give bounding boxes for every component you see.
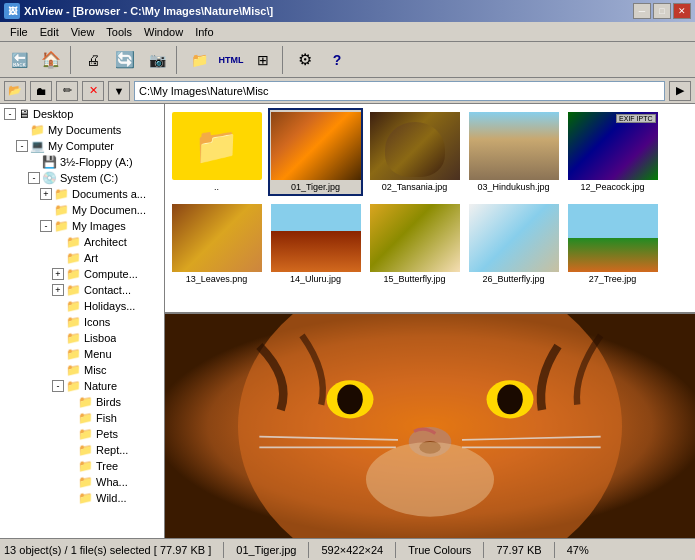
html-button[interactable]: HTML	[216, 46, 246, 74]
sidebar-item-architect[interactable]: 📁 Architect	[0, 234, 164, 250]
tree-root: - 🖥 Desktop 📁 My Documents - 💻 My Comput…	[0, 104, 164, 508]
sidebar-item-birds[interactable]: 📁 Birds	[0, 394, 164, 410]
sidebar-item-documents[interactable]: + 📁 Documents a...	[0, 186, 164, 202]
sidebar-item-contact[interactable]: + 📁 Contact...	[0, 282, 164, 298]
sidebar-label-my-computer: My Computer	[48, 140, 114, 152]
thumb-peacock[interactable]: EXIF IPTC 12_Peacock.jpg	[565, 108, 660, 196]
expand-nature[interactable]: -	[52, 380, 64, 392]
sidebar-item-rept[interactable]: 📁 Rept...	[0, 442, 164, 458]
sidebar-item-lisboa[interactable]: 📁 Lisboa	[0, 330, 164, 346]
thumb-butterfly2[interactable]: 26_Butterfly.jpg	[466, 200, 561, 288]
sidebar-item-misc[interactable]: 📁 Misc	[0, 362, 164, 378]
menu-window[interactable]: Window	[138, 24, 189, 40]
address-input[interactable]	[134, 81, 665, 101]
thumb-label-parent: ..	[214, 182, 219, 192]
thumb-leaves[interactable]: 13_Leaves.png	[169, 200, 264, 288]
home-button[interactable]: 🏠	[36, 46, 66, 74]
thumb-img-tanz	[370, 112, 460, 180]
address-bar: 📂 🖿 ✏ ✕ ▼ ▶	[0, 78, 695, 104]
addr-action-button[interactable]: ▼	[108, 81, 130, 101]
sidebar-item-floppy[interactable]: 💾 3½-Floppy (A:)	[0, 154, 164, 170]
sidebar-label-menu: Menu	[84, 348, 112, 360]
thumb-tiger[interactable]: 01_Tiger.jpg	[268, 108, 363, 196]
sidebar-item-fish[interactable]: 📁 Fish	[0, 410, 164, 426]
print-button[interactable]: 🖨	[78, 46, 108, 74]
svg-point-12	[366, 442, 494, 517]
menu-info[interactable]: Info	[189, 24, 219, 40]
thumb-parent[interactable]: 📁 ..	[169, 108, 264, 196]
sidebar-item-pets[interactable]: 📁 Pets	[0, 426, 164, 442]
lisboa-icon: 📁	[66, 331, 81, 345]
thumb-label-butterfly2: 26_Butterfly.jpg	[483, 274, 545, 284]
folder-browse-button[interactable]: 📁	[184, 46, 214, 74]
thumb-img-butterfly2	[469, 204, 559, 272]
sidebar-item-compute[interactable]: + 📁 Compute...	[0, 266, 164, 282]
sidebar-label-my-images: My Images	[72, 220, 126, 232]
expand-documents[interactable]: +	[40, 188, 52, 200]
sidebar-item-nature[interactable]: - 📁 Nature	[0, 378, 164, 394]
sidebar-label-system-c: System (C:)	[60, 172, 118, 184]
sidebar-item-wild[interactable]: 📁 Wild...	[0, 490, 164, 506]
sidebar-item-icons[interactable]: 📁 Icons	[0, 314, 164, 330]
addr-delete-button[interactable]: ✕	[82, 81, 104, 101]
addr-browse-button[interactable]: 📂	[4, 81, 26, 101]
expand-mydoc2-leaf	[40, 204, 52, 216]
thumb-treejpg[interactable]: 27_Tree.jpg	[565, 200, 660, 288]
menu-view[interactable]: View	[65, 24, 101, 40]
menu-file[interactable]: File	[4, 24, 34, 40]
help-button[interactable]: ?	[322, 46, 352, 74]
sidebar-item-my-computer[interactable]: - 💻 My Computer	[0, 138, 164, 154]
floppy-icon: 💾	[42, 155, 57, 169]
sidebar-item-my-documents2[interactable]: 📁 My Documen...	[0, 202, 164, 218]
expand-wha-leaf	[64, 476, 76, 488]
nature-icon: 📁	[66, 379, 81, 393]
sidebar-item-system-c[interactable]: - 💿 System (C:)	[0, 170, 164, 186]
expand-system-c[interactable]: -	[28, 172, 40, 184]
expand-compute[interactable]: +	[52, 268, 64, 280]
thumb-hindu[interactable]: 03_Hindukush.jpg	[466, 108, 561, 196]
holidays-icon: 📁	[66, 299, 81, 313]
addr-folder-up-button[interactable]: 🖿	[30, 81, 52, 101]
status-sep-2	[308, 542, 309, 558]
preview-area	[165, 314, 695, 538]
thumb-tanz[interactable]: 02_Tansania.jpg	[367, 108, 462, 196]
expand-desktop[interactable]: -	[4, 108, 16, 120]
maximize-button[interactable]: □	[653, 3, 671, 19]
sidebar-label-nature: Nature	[84, 380, 117, 392]
status-sep-3	[395, 542, 396, 558]
minimize-button[interactable]: ─	[633, 3, 651, 19]
sidebar-item-tree[interactable]: 📁 Tree	[0, 458, 164, 474]
addr-go-button[interactable]: ▶	[669, 81, 691, 101]
camera-button[interactable]: 📷	[142, 46, 172, 74]
thumbnail-button[interactable]: ⊞	[248, 46, 278, 74]
status-dimensions: 592×422×24	[321, 544, 383, 556]
close-button[interactable]: ✕	[673, 3, 691, 19]
svg-point-4	[337, 384, 363, 414]
toolbar-sep-2	[176, 46, 180, 74]
back-button[interactable]: 🔙	[4, 46, 34, 74]
sidebar-item-menu[interactable]: 📁 Menu	[0, 346, 164, 362]
documents-icon: 📁	[54, 187, 69, 201]
sidebar-item-wha[interactable]: 📁 Wha...	[0, 474, 164, 490]
refresh-button[interactable]: 🔄	[110, 46, 140, 74]
thumb-img-uluru	[271, 204, 361, 272]
sidebar-label-birds: Birds	[96, 396, 121, 408]
thumb-img-peacock: EXIF IPTC	[568, 112, 658, 180]
expand-rept-leaf	[64, 444, 76, 456]
thumb-label-hindu: 03_Hindukush.jpg	[477, 182, 549, 192]
expand-my-computer[interactable]: -	[16, 140, 28, 152]
menu-tools[interactable]: Tools	[100, 24, 138, 40]
expand-architect-leaf	[52, 236, 64, 248]
thumb-uluru[interactable]: 14_Uluru.jpg	[268, 200, 363, 288]
thumb-butterfly1[interactable]: 15_Butterfly.jpg	[367, 200, 462, 288]
sidebar-item-my-documents[interactable]: 📁 My Documents	[0, 122, 164, 138]
menu-edit[interactable]: Edit	[34, 24, 65, 40]
expand-my-images[interactable]: -	[40, 220, 52, 232]
sidebar-item-holidays[interactable]: 📁 Holidays...	[0, 298, 164, 314]
settings-button[interactable]: ⚙	[290, 46, 320, 74]
expand-contact[interactable]: +	[52, 284, 64, 296]
sidebar-item-my-images[interactable]: - 📁 My Images	[0, 218, 164, 234]
sidebar-item-desktop[interactable]: - 🖥 Desktop	[0, 106, 164, 122]
addr-edit-button[interactable]: ✏	[56, 81, 78, 101]
sidebar-item-art[interactable]: 📁 Art	[0, 250, 164, 266]
